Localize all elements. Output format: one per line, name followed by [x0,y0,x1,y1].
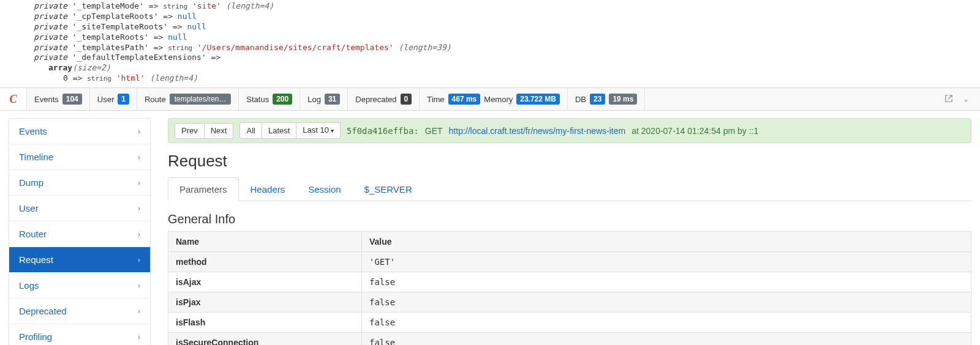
general-info-table: Name Value method'GET'isAjaxfalseisPjaxf… [168,231,971,345]
sidebar-item-events[interactable]: Events› [9,119,150,144]
sidebar-item-label: Deprecated [19,306,67,316]
sidebar-item-label: Router [19,229,47,239]
sidebar-item-label: User [19,203,39,213]
toolbar-logo[interactable]: C [0,88,27,110]
chevron-right-icon: › [138,127,140,136]
cell-value: false [362,292,971,313]
debug-toolbar: C Events 104User 1Route templates/ren…St… [0,87,980,111]
sidebar-item-label: Timeline [19,152,53,162]
cell-value: false [362,313,971,333]
chevron-down-icon[interactable]: ⌄ [963,95,969,103]
request-status-bar: Prev Next All Latest Last 10 5f0da416eff… [168,118,971,143]
chevron-right-icon: › [138,153,140,161]
dump-line: private '_templateMode' => string 'site'… [34,1,980,12]
sidebar-item-user[interactable]: User› [9,196,150,221]
cell-name: isSecureConnection [168,333,362,345]
toolbar-item-db[interactable]: DB 23 19 ms [568,88,645,110]
table-row: method'GET' [168,252,971,272]
chevron-right-icon: › [138,256,140,264]
toolbar-item-time[interactable]: Time 467 ms Memory 23.722 MB [420,88,568,110]
request-method: GET [425,126,443,136]
cell-value: 'GET' [362,252,971,272]
all-button[interactable]: All [239,122,262,139]
toolbar-item-log[interactable]: Log 31 [300,88,348,110]
request-tabs: ParametersHeadersSession$_SERVER [168,177,971,201]
chevron-right-icon: › [138,307,140,316]
chevron-right-icon: › [138,333,140,341]
toolbar-item-deprecated[interactable]: Deprecated 0 [348,88,420,110]
cell-name: isFlash [168,313,362,333]
chevron-right-icon: › [138,281,140,290]
sidebar-item-label: Request [19,254,53,265]
sidebar-item-dump[interactable]: Dump› [9,170,150,196]
chevron-right-icon: › [138,179,140,187]
toolbar-item-events[interactable]: Events 104 [27,88,90,110]
toolbar-item-route[interactable]: Route templates/ren… [137,88,239,110]
dump-line: private '_defaultTemplateExtensions' => [34,53,980,63]
sidebar-item-label: Events [19,126,47,136]
table-row: isPjaxfalse [168,292,971,313]
cell-value: false [362,272,971,292]
nav-filter-group: All Latest Last 10 [239,122,340,139]
toolbar-right-icons: ⌄ [933,88,980,110]
cell-name: method [168,252,362,272]
tab-headers[interactable]: Headers [239,177,297,201]
tab-session[interactable]: Session [296,177,352,201]
dump-line: private '_siteTemplateRoots' => null [34,22,980,32]
sidebar-item-deprecated[interactable]: Deprecated› [9,299,150,324]
next-button[interactable]: Next [205,123,234,139]
latest-button[interactable]: Latest [262,122,296,139]
toolbar-item-user[interactable]: User 1 [90,88,137,110]
request-hash: 5f0da416effba: [347,126,419,136]
sidebar-item-label: Profiling [19,332,52,342]
prev-button[interactable]: Prev [175,123,205,139]
table-row: isSecureConnectionfalse [168,333,971,345]
page-title: Request [168,152,971,171]
cell-name: isPjax [168,292,362,313]
tab-parameters[interactable]: Parameters [168,177,239,201]
sidebar-item-label: Dump [19,177,43,188]
cell-name: isAjax [168,272,362,292]
var-dump: private '_templateMode' => string 'site'… [0,0,980,87]
nav-prev-next: Prev Next [175,123,233,139]
last-n-dropdown[interactable]: Last 10 [296,122,340,139]
sidebar-item-request[interactable]: Request› [9,247,150,273]
request-url-link[interactable]: http://local.craft.test/fr/news/my-first… [449,126,626,136]
table-row: isAjaxfalse [168,272,971,292]
col-name: Name [168,232,362,252]
toolbar-item-status[interactable]: Status 200 [239,88,300,110]
sidebar-item-logs[interactable]: Logs› [9,273,150,299]
dump-line: array(size=2) [34,63,980,73]
main-panel: Prev Next All Latest Last 10 5f0da416eff… [168,118,971,345]
external-link-icon[interactable] [944,94,953,105]
general-info-heading: General Info [168,212,971,226]
col-value: Value [362,232,971,252]
chevron-right-icon: › [138,230,140,239]
table-row: isFlashfalse [168,313,971,333]
request-meta: at 2020-07-14 01:24:54 pm by ::1 [631,126,758,136]
toolbar-spacer [645,88,933,110]
sidebar: Events›Timeline›Dump›User›Router›Request… [9,118,151,345]
sidebar-item-label: Logs [19,280,39,291]
sidebar-item-profiling[interactable]: Profiling› [9,324,150,345]
dump-line: private '_cpTemplateRoots' => null [34,12,980,22]
cell-value: false [362,333,971,345]
sidebar-item-timeline[interactable]: Timeline› [9,144,150,170]
dump-line: 0 => string 'html' (length=4) [34,73,980,84]
dump-line: private '_templatesPath' => string '/Use… [34,43,980,53]
dump-line: private '_templateRoots' => null [34,32,980,43]
sidebar-item-router[interactable]: Router› [9,221,150,247]
chevron-right-icon: › [138,204,140,213]
tab-server[interactable]: $_SERVER [353,177,424,201]
